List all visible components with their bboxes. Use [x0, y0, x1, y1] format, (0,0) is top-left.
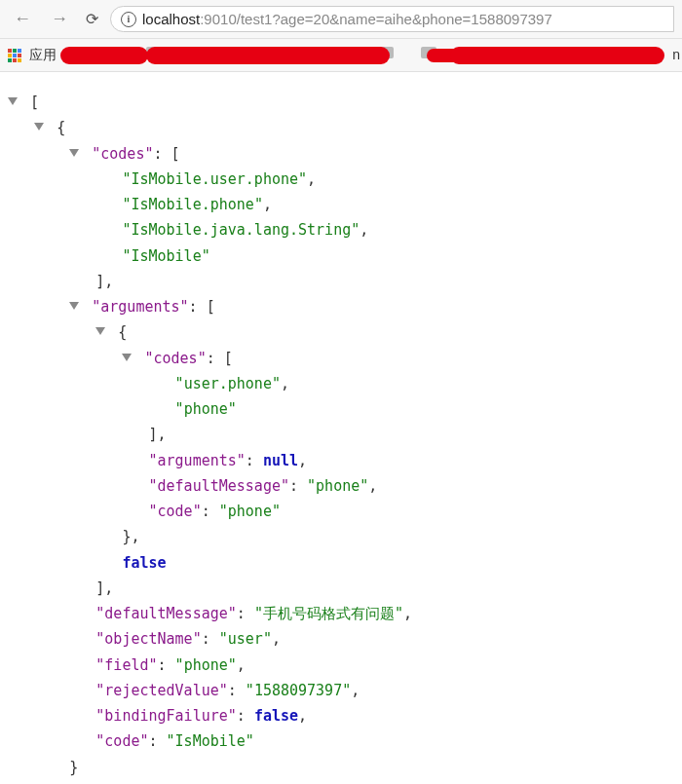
back-button[interactable]: ← — [8, 7, 37, 31]
collapse-toggle-icon[interactable] — [8, 97, 18, 105]
collapse-toggle-icon[interactable] — [122, 354, 132, 361]
collapse-toggle-icon[interactable] — [69, 302, 79, 310]
collapse-toggle-icon[interactable] — [34, 123, 44, 131]
collapse-toggle-icon[interactable] — [69, 149, 79, 157]
bookmark-trailing: n — [672, 47, 680, 62]
redaction-mark — [60, 47, 148, 64]
apps-label[interactable]: 应用 — [29, 47, 57, 64]
browser-toolbar: ← → ⟳ i localhost:9010/test1?age=20&name… — [0, 0, 682, 39]
forward-button[interactable]: → — [45, 7, 74, 31]
reload-button[interactable]: ⟳ — [82, 8, 102, 30]
json-viewer: [ { "codes": [ "IsMobile.user.phone", "I… — [0, 72, 682, 784]
bookmarks-bar: 应用 Cloud n — [0, 39, 682, 72]
collapse-toggle-icon[interactable] — [95, 327, 105, 335]
url-bar[interactable]: i localhost:9010/test1?age=20&name=aihe&… — [110, 6, 674, 32]
url-host: localhost — [142, 11, 200, 27]
info-icon[interactable]: i — [121, 12, 136, 27]
redaction-mark — [450, 47, 664, 64]
redaction-mark — [146, 47, 390, 64]
url-path: :9010/test1?age=20&name=aihe&phone=15880… — [200, 11, 552, 27]
apps-icon[interactable] — [8, 49, 21, 62]
